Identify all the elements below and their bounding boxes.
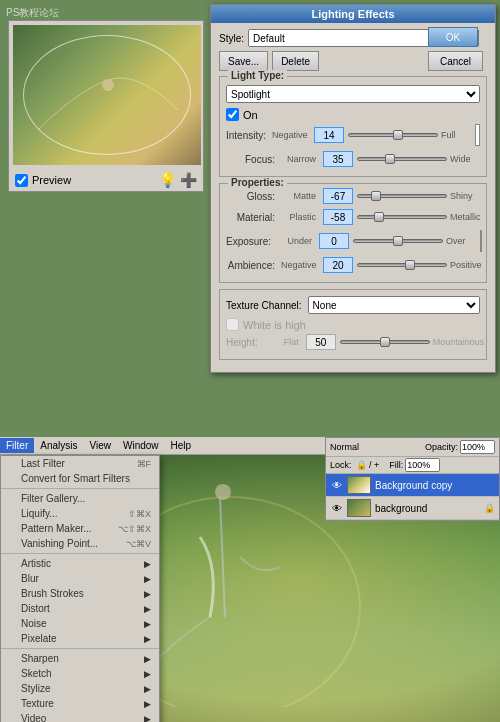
- dialog-body: Style: Default Save... Delete Light Type…: [211, 23, 495, 372]
- white-high-checkbox[interactable]: [226, 318, 239, 331]
- lock-label: Lock:: [330, 460, 352, 470]
- gloss-row: Gloss: Matte Shiny: [226, 188, 480, 204]
- cancel-button[interactable]: Cancel: [428, 51, 483, 71]
- menu-entry-label: Pattern Maker...: [21, 523, 92, 534]
- light-type-section: Light Type: Spotlight On Intensity: Nega…: [219, 76, 487, 177]
- menu-entry-arrow: ▶: [144, 654, 151, 664]
- ambience-slider[interactable]: [357, 259, 447, 271]
- menu-entry-label: Pixelate: [21, 633, 57, 644]
- menu-filter[interactable]: Filter: [0, 438, 34, 453]
- gloss-slider[interactable]: [357, 190, 447, 202]
- focus-wide: Wide: [450, 154, 480, 164]
- menu-view[interactable]: View: [83, 438, 117, 453]
- exposure-color-swatch[interactable]: [480, 230, 482, 252]
- layers-fill-row: Lock: 🔒 / + Fill:: [326, 457, 499, 474]
- menu-entry-liquify[interactable]: Liquify...⇧⌘X: [1, 506, 159, 521]
- exposure-slider[interactable]: [353, 235, 443, 247]
- material-value-input[interactable]: [323, 209, 353, 225]
- intensity-negative: Negative: [272, 130, 307, 140]
- menu-entry-label: Convert for Smart Filters: [21, 473, 130, 484]
- menu-analysis[interactable]: Analysis: [34, 438, 83, 453]
- gloss-value-input[interactable]: [323, 188, 353, 204]
- intensity-slider[interactable]: [348, 129, 438, 141]
- opacity-label: Opacity:: [425, 442, 458, 452]
- menu-entry-label: Distort: [21, 603, 50, 614]
- svg-line-1: [220, 497, 225, 617]
- menu-entry-artistic[interactable]: Artistic▶: [1, 556, 159, 571]
- height-slider[interactable]: [340, 336, 430, 348]
- preview-image: [13, 25, 201, 165]
- ok-button[interactable]: OK: [428, 27, 478, 47]
- menu-entry-brushstrokes[interactable]: Brush Strokes▶: [1, 586, 159, 601]
- focus-value-input[interactable]: [323, 151, 353, 167]
- menu-entry-lastfilter[interactable]: Last Filter⌘F: [1, 456, 159, 471]
- white-high-row: White is high: [226, 318, 480, 331]
- intensity-value-input[interactable]: [314, 127, 344, 143]
- layers-panel: Normal Opacity: Lock: 🔒 / + Fill: 👁Backg…: [325, 437, 500, 521]
- menu-entry-label: Noise: [21, 618, 47, 629]
- layer-row-0[interactable]: 👁Background copy: [326, 474, 499, 497]
- layer-eye-icon-1[interactable]: 👁: [330, 501, 344, 515]
- layer-name-0: Background copy: [375, 480, 452, 491]
- menu-entry-label: Vanishing Point...: [21, 538, 98, 549]
- light-type-select[interactable]: Spotlight: [226, 85, 480, 103]
- texture-channel-select[interactable]: None: [308, 296, 480, 314]
- material-slider[interactable]: [357, 211, 447, 223]
- preview-checkbox-container: Preview: [15, 174, 155, 187]
- menu-entry-sharpen[interactable]: Sharpen▶: [1, 651, 159, 666]
- menu-entry-shortcut: ⌥⌘V: [126, 539, 151, 549]
- menu-entry-label: Last Filter: [21, 458, 65, 469]
- menu-entry-arrow: ▶: [144, 634, 151, 644]
- menu-window[interactable]: Window: [117, 438, 165, 453]
- style-label: Style:: [219, 33, 244, 44]
- menu-entry-texture[interactable]: Texture▶: [1, 696, 159, 711]
- watermark-text: PS教程论坛: [6, 6, 59, 20]
- layer-name-1: background: [375, 503, 427, 514]
- menu-entry-arrow: ▶: [144, 604, 151, 614]
- layers-blend-select[interactable]: Normal: [330, 442, 421, 452]
- ambience-negative: Negative: [281, 260, 316, 270]
- fill-label: Fill:: [389, 460, 403, 470]
- preview-label: Preview: [32, 174, 71, 186]
- menu-entry-noise[interactable]: Noise▶: [1, 616, 159, 631]
- menu-entry-distort[interactable]: Distort▶: [1, 601, 159, 616]
- ambience-value-input[interactable]: [323, 257, 353, 273]
- on-checkbox[interactable]: [226, 108, 239, 121]
- fill-input[interactable]: [405, 458, 440, 472]
- preview-icon-add: ➕: [180, 172, 197, 188]
- exposure-value-input[interactable]: [319, 233, 349, 249]
- intensity-row: Intensity: Negative Full: [226, 124, 480, 146]
- preview-icon-bulb: 💡: [159, 172, 176, 188]
- menu-entry-label: Filter Gallery...: [21, 493, 85, 504]
- layer-eye-icon-0[interactable]: 👁: [330, 478, 344, 492]
- texture-row: Texture Channel: None: [226, 296, 480, 314]
- menu-entry-sketch[interactable]: Sketch▶: [1, 666, 159, 681]
- menu-entry-arrow: ▶: [144, 559, 151, 569]
- layer-thumbnail-0: [347, 476, 371, 494]
- menu-entry-shortcut: ⌥⇧⌘X: [118, 524, 151, 534]
- save-button[interactable]: Save...: [219, 51, 268, 71]
- intensity-color-swatch[interactable]: [475, 124, 480, 146]
- layer-lock-icon-1: 🔒: [484, 503, 495, 513]
- menu-separator: [1, 648, 159, 649]
- menu-entry-pixelate[interactable]: Pixelate▶: [1, 631, 159, 646]
- menu-entry-filtergallery[interactable]: Filter Gallery...: [1, 491, 159, 506]
- focus-slider[interactable]: [357, 153, 447, 165]
- menu-entry-video[interactable]: Video▶: [1, 711, 159, 722]
- layers-header: Normal Opacity:: [326, 438, 499, 457]
- height-row: Height: Flat Mountainous: [226, 334, 480, 350]
- menu-entry-stylize[interactable]: Stylize▶: [1, 681, 159, 696]
- delete-button[interactable]: Delete: [272, 51, 319, 71]
- menu-entry-arrow: ▶: [144, 699, 151, 709]
- menu-entry-convertforsmartfilters[interactable]: Convert for Smart Filters: [1, 471, 159, 486]
- height-value-input[interactable]: [306, 334, 336, 350]
- layer-row-1[interactable]: 👁background🔒: [326, 497, 499, 520]
- svg-point-2: [215, 484, 231, 500]
- menu-help[interactable]: Help: [165, 438, 198, 453]
- menu-entry-vanishingpoint[interactable]: Vanishing Point...⌥⌘V: [1, 536, 159, 551]
- opacity-input[interactable]: [460, 440, 495, 454]
- menu-entry-blur[interactable]: Blur▶: [1, 571, 159, 586]
- menu-entry-label: Video: [21, 713, 46, 722]
- menu-entry-patternmaker[interactable]: Pattern Maker...⌥⇧⌘X: [1, 521, 159, 536]
- preview-checkbox[interactable]: [15, 174, 28, 187]
